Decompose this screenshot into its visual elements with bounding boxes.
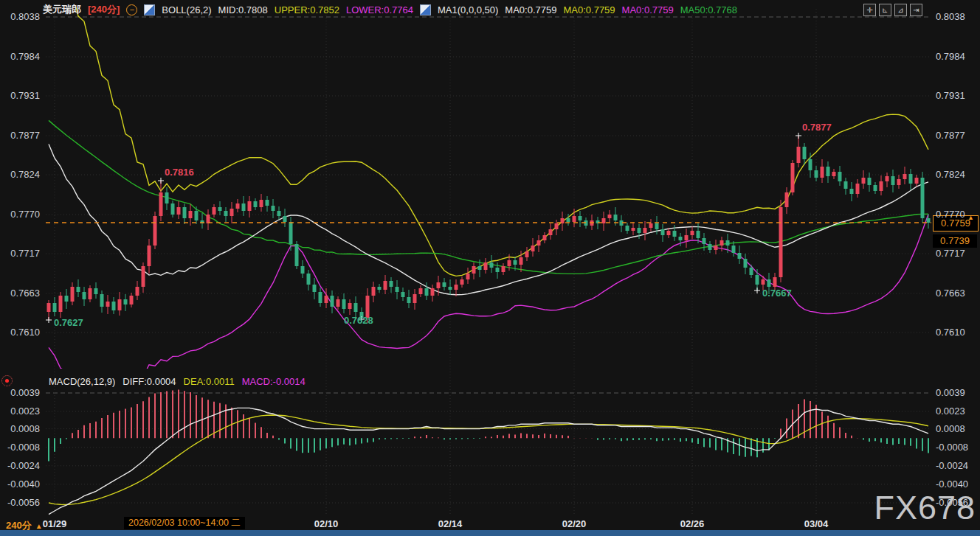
boll-indicator-icon[interactable] xyxy=(144,4,155,15)
settle-price-tag: 0.7739 xyxy=(933,234,977,248)
date-axis-label: 02/14 xyxy=(428,518,472,529)
price-axis-label-right: 0.7984 xyxy=(936,51,965,62)
macd-axis-label-right: 0.0023 xyxy=(936,406,965,417)
date-axis-label: 02/20 xyxy=(552,518,596,529)
indicator-window-icon[interactable]: ⊾ xyxy=(879,4,891,16)
price-axis-label-left: 0.7610 xyxy=(0,327,40,338)
price-annotation: 0.7667 xyxy=(762,288,792,299)
chart-canvas[interactable] xyxy=(0,0,980,536)
fx678-watermark: FX678 xyxy=(874,489,976,527)
ma50-value: MA50:0.7768 xyxy=(680,4,737,15)
price-arrow-icon[interactable]: ▲ xyxy=(967,214,974,221)
price-annotation: 0.7877 xyxy=(802,122,832,133)
macd-diff-value: DIFF:0.0004 xyxy=(122,376,176,387)
ma-indicator-icon[interactable] xyxy=(420,4,431,15)
exit-chart-icon[interactable]: ⇥ xyxy=(910,4,922,16)
date-axis-label: 02/26 xyxy=(670,518,714,529)
macd-axis-label-right: -0.0024 xyxy=(936,460,968,471)
ma0-value-3: MA0:0.7759 xyxy=(622,4,674,15)
bottom-taskbar-strip xyxy=(0,530,980,536)
macd-axis-label-right: 0.0008 xyxy=(936,423,965,434)
boll-upper-value: UPPER:0.7852 xyxy=(275,4,339,15)
price-annotation: 0.7627 xyxy=(54,317,83,328)
price-axis-label-right: 0.7824 xyxy=(936,169,965,180)
macd-axis-label-left: 0.0039 xyxy=(0,387,40,398)
macd-axis-label-left: -0.0040 xyxy=(0,478,40,490)
macd-axis-label-left: 0.0008 xyxy=(0,423,40,434)
macd-label: MACD(26,12,9) xyxy=(49,376,115,387)
price-axis-label-right: 0.7931 xyxy=(936,90,965,101)
price-axis-label-right: 0.7717 xyxy=(936,248,965,259)
boll-lower-value: LOWER:0.7764 xyxy=(346,4,413,15)
price-axis-label-left: 0.7663 xyxy=(0,288,40,299)
macd-axis-label-left: -0.0008 xyxy=(0,442,40,453)
chart-header: 美元瑞郎 [240分] − BOLL(26,2) MID:0.7808 UPPE… xyxy=(43,3,737,16)
collapse-icon[interactable]: − xyxy=(126,4,137,15)
price-axis-label-right: 0.7877 xyxy=(936,130,965,141)
price-axis-label-left: 0.8038 xyxy=(0,11,40,22)
price-annotation: 0.7628 xyxy=(344,315,373,326)
macd-dea-value: DEA:0.0011 xyxy=(184,376,235,387)
macd-axis-label-right: 0.0039 xyxy=(936,387,965,398)
boll-mid-value: MID:0.7808 xyxy=(218,4,268,15)
price-axis-label-left: 0.7824 xyxy=(0,169,40,180)
ma0-value-1: MA0:0.7759 xyxy=(505,4,556,15)
macd-axis-label-left: -0.0056 xyxy=(0,497,40,508)
macd-pane-icon[interactable] xyxy=(1,375,13,386)
date-axis-label: 02/10 xyxy=(304,518,348,529)
symbol-title: 美元瑞郎 xyxy=(43,3,81,16)
price-axis-label-right: 0.7663 xyxy=(936,288,965,299)
ma0-value-2: MA0:0.7759 xyxy=(563,4,615,15)
macd-axis-label-left: 0.0023 xyxy=(0,406,40,417)
crosshair-icon[interactable]: ✛ xyxy=(863,4,876,16)
price-axis-label-left: 0.7984 xyxy=(0,51,40,62)
date-axis-label: 01/29 xyxy=(32,518,77,529)
ma-group-label: MA1(0,0,0,50) xyxy=(438,4,498,15)
macd-axis-label-left: -0.0024 xyxy=(0,460,40,471)
macd-value: MACD:-0.0014 xyxy=(242,376,306,387)
price-axis-label-right: 0.7610 xyxy=(936,327,965,338)
period-badge[interactable]: [240分] xyxy=(88,3,120,16)
price-axis-label-left: 0.7877 xyxy=(0,130,40,141)
price-axis-label-right: 0.7770 xyxy=(936,209,965,220)
date-axis-label: 03/04 xyxy=(794,518,838,529)
macd-axis-label-right: -0.0040 xyxy=(936,478,968,490)
selected-candle-date-box: 2026/02/03 10:00~14:00 二 xyxy=(124,517,245,529)
price-axis-label-left: 0.7931 xyxy=(0,90,40,101)
macd-header: MACD(26,12,9) DIFF:0.0004 DEA:0.0011 MAC… xyxy=(49,376,306,387)
macd-axis-label-right: -0.0008 xyxy=(936,442,968,453)
price-annotation: 0.7816 xyxy=(165,167,194,178)
price-axis-label-right: 0.8038 xyxy=(936,11,965,22)
price-axis-label-left: 0.7717 xyxy=(0,248,40,259)
macd-axis-label-right: -0.0056 xyxy=(936,497,968,508)
price-axis-label-left: 0.7770 xyxy=(0,209,40,220)
indicator-arrow-icon[interactable]: ⊿ xyxy=(894,4,907,16)
boll-label: BOLL(26,2) xyxy=(162,4,211,15)
window-controls: ✛ ⊾ ⊿ ⇥ xyxy=(863,4,922,16)
